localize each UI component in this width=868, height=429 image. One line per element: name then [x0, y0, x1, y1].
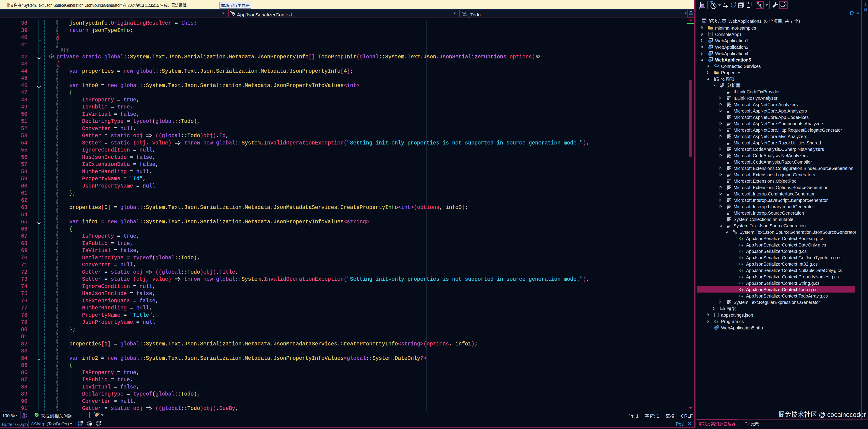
svg-text:C: C [739, 249, 742, 253]
svg-text:i: i [727, 111, 728, 113]
svg-text:#: # [742, 250, 743, 253]
svg-text:#: # [742, 275, 743, 278]
svg-text:C: C [739, 237, 742, 240]
svg-text:i: i [727, 194, 728, 196]
svg-text:#: # [742, 263, 743, 266]
svg-text:i: i [727, 98, 728, 100]
svg-text:i: i [727, 130, 728, 132]
svg-text:C: C [739, 287, 742, 291]
svg-text:i: i [727, 181, 728, 183]
svg-text:#: # [742, 256, 743, 259]
svg-text:i: i [727, 149, 728, 151]
svg-text:#: # [716, 320, 718, 323]
svg-text:i: i [727, 156, 728, 158]
svg-text:i: i [727, 219, 728, 221]
svg-text:i: i [727, 302, 728, 304]
svg-text:C: C [739, 256, 742, 259]
svg-text:i: i [727, 226, 728, 228]
svg-text:{ }: { } [714, 314, 719, 316]
svg-text:C: C [739, 262, 742, 266]
svg-text:#: # [742, 237, 743, 240]
svg-text:C: C [739, 268, 742, 272]
svg-text:i: i [727, 168, 728, 171]
svg-text:i: i [727, 124, 728, 126]
svg-text:i: i [727, 187, 728, 189]
svg-text:#: # [742, 269, 743, 272]
svg-text:i: i [727, 104, 728, 106]
svg-text:#: # [742, 294, 743, 298]
svg-text:#: # [742, 282, 743, 285]
svg-text:i: i [727, 175, 728, 177]
svg-text:i: i [727, 200, 728, 202]
svg-text:i: i [727, 143, 728, 145]
svg-text:i: i [727, 162, 728, 164]
svg-text:C: C [739, 243, 742, 246]
svg-text:C: C [739, 275, 742, 278]
svg-text:i: i [727, 213, 728, 215]
svg-text:i: i [727, 117, 728, 119]
svg-text:i: i [727, 136, 728, 139]
svg-text:i: i [727, 92, 728, 94]
svg-text:#: # [742, 243, 743, 246]
svg-text:C: C [739, 281, 742, 285]
svg-text:C: C [739, 294, 742, 298]
svg-text:#: # [742, 288, 743, 291]
svg-text:i: i [727, 207, 728, 209]
svg-text:C: C [714, 319, 716, 323]
svg-text:C#: C# [709, 33, 712, 35]
svg-text:i: i [721, 86, 721, 88]
